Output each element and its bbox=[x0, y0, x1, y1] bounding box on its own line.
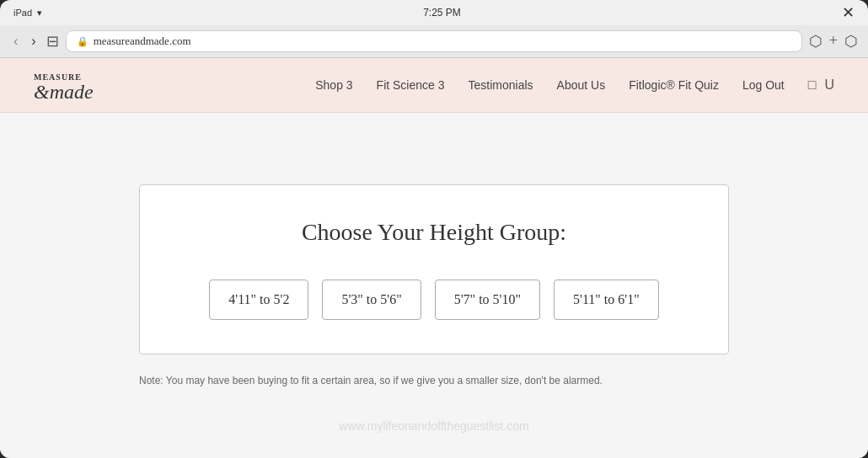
main-content: Choose Your Height Group: 4'11" to 5'2 5… bbox=[0, 113, 868, 458]
height-option-1[interactable]: 4'11" to 5'2 bbox=[209, 280, 308, 320]
wifi-icon: ▾ bbox=[37, 8, 42, 19]
time-display: 7:25 PM bbox=[423, 7, 461, 19]
forward-button[interactable]: › bbox=[28, 32, 39, 51]
nav-logout[interactable]: Log Out bbox=[742, 78, 785, 92]
url-text: measureandmade.com bbox=[94, 35, 191, 48]
nav-testimonials[interactable]: Testimonials bbox=[469, 78, 533, 92]
status-bar: iPad ▾ 7:25 PM ✕ bbox=[0, 0, 868, 25]
nav-fitlogic[interactable]: Fitlogic® Fit Quiz bbox=[629, 78, 719, 92]
browser-actions: ⬡ + ⬡ bbox=[809, 32, 858, 51]
nav-shop[interactable]: Shop 3 bbox=[315, 78, 352, 92]
nav-icons: □ U bbox=[808, 77, 834, 93]
logo-made-text: &made bbox=[34, 83, 94, 102]
device-label: iPad bbox=[13, 8, 32, 18]
site-logo: MEASURE &made bbox=[34, 68, 94, 102]
nav-u-icon[interactable]: U bbox=[824, 77, 834, 93]
card-title: Choose Your Height Group: bbox=[190, 219, 678, 246]
add-tab-icon[interactable]: + bbox=[829, 32, 838, 51]
status-left: iPad ▾ bbox=[13, 8, 42, 19]
nav-links: Shop 3 Fit Science 3 Testimonials About … bbox=[315, 77, 834, 93]
site-nav: MEASURE &made Shop 3 Fit Science 3 Testi… bbox=[0, 58, 868, 113]
tabs-icon[interactable]: ⬡ bbox=[844, 32, 858, 51]
browser-nav: ‹ › ⊟ bbox=[10, 32, 59, 51]
height-option-3[interactable]: 5'7" to 5'10" bbox=[435, 280, 540, 320]
close-icon[interactable]: ✕ bbox=[842, 3, 855, 22]
note-text: Note: You may have been buying to fit a … bbox=[139, 375, 729, 386]
browser-chrome: ‹ › ⊟ 🔒 measureandmade.com ⬡ + ⬡ bbox=[0, 25, 868, 58]
height-option-4[interactable]: 5'11" to 6'1" bbox=[554, 280, 659, 320]
status-right: ✕ bbox=[842, 3, 855, 22]
share-icon[interactable]: ⬡ bbox=[809, 32, 822, 51]
nav-fit-science[interactable]: Fit Science 3 bbox=[377, 78, 445, 92]
device-frame: iPad ▾ 7:25 PM ✕ ‹ › ⊟ 🔒 measureandmade.… bbox=[0, 0, 868, 458]
lock-icon: 🔒 bbox=[77, 36, 88, 47]
nav-square-icon[interactable]: □ bbox=[808, 77, 817, 93]
bookmark-icon[interactable]: ⊟ bbox=[46, 32, 59, 51]
height-selection-card: Choose Your Height Group: 4'11" to 5'2 5… bbox=[139, 184, 729, 354]
back-button[interactable]: ‹ bbox=[10, 32, 21, 51]
website: MEASURE &made Shop 3 Fit Science 3 Testi… bbox=[0, 58, 868, 458]
nav-about-us[interactable]: About Us bbox=[557, 78, 606, 92]
height-option-2[interactable]: 5'3" to 5'6" bbox=[322, 280, 421, 320]
address-bar[interactable]: 🔒 measureandmade.com bbox=[66, 30, 802, 52]
height-buttons: 4'11" to 5'2 5'3" to 5'6" 5'7" to 5'10" … bbox=[190, 280, 678, 320]
